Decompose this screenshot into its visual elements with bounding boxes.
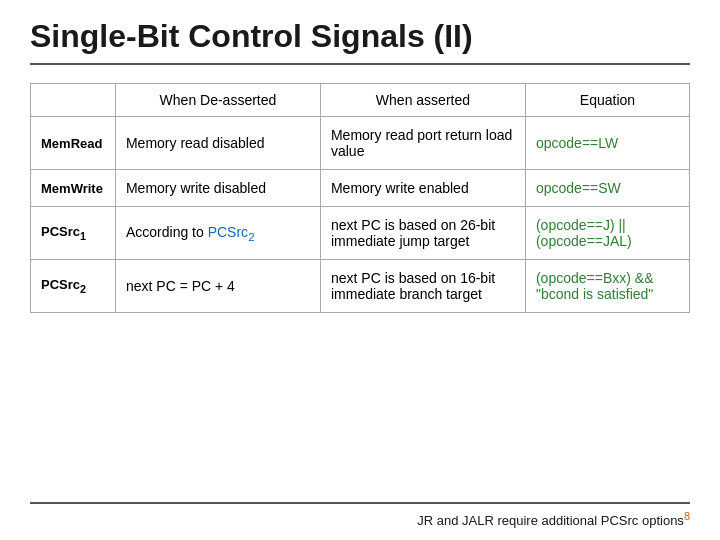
footer: JR and JALR require additional PCSrc opt… [30, 502, 690, 528]
control-signals-table: When De-asserted When asserted Equation … [30, 83, 690, 313]
memread-deasserted: Memory read disabled [115, 117, 320, 170]
pcsrc1-sub: 1 [80, 230, 86, 242]
table-row: MemWrite Memory write disabled Memory wr… [31, 170, 690, 207]
memwrite-equation: opcode==SW [525, 170, 689, 207]
page: Single-Bit Control Signals (II) When De-… [0, 0, 720, 540]
pcsrc2-equation: (opcode==Bxx) && "bcond is satisfied" [525, 260, 689, 313]
memread-eq-prefix: opcode== [536, 135, 598, 151]
memread-label2: Read [71, 136, 103, 151]
pcsrc1-deasserted-ref: PCSrc [208, 224, 248, 240]
pcsrc1-equation: (opcode==J) || (opcode==JAL) [525, 207, 689, 260]
pcsrc2-sub: 2 [80, 283, 86, 295]
footer-text: JR and JALR require additional PCSrc opt… [417, 513, 684, 528]
pcsrc1-deasserted-sub: 2 [248, 229, 254, 242]
row-label-memwrite: MemWrite [31, 170, 116, 207]
memread-eq-suffix: LW [598, 135, 618, 151]
pcsrc2-eq-line1: (opcode==Bxx) && [536, 270, 654, 286]
table-row: PCSrc1 According to PCSrc2 next PC is ba… [31, 207, 690, 260]
header-deasserted: When De-asserted [115, 84, 320, 117]
row-label-pcsrc2: PCSrc2 [31, 260, 116, 313]
memread-equation: opcode==LW [525, 117, 689, 170]
pcsrc1-deasserted: According to PCSrc2 [115, 207, 320, 260]
memwrite-eq-suffix: SW [598, 180, 621, 196]
table-row: MemRead Memory read disabled Memory read… [31, 117, 690, 170]
memwrite-asserted: Memory write enabled [320, 170, 525, 207]
pcsrc2-asserted: next PC is based on 16-bit immediate bra… [320, 260, 525, 313]
header-label [31, 84, 116, 117]
memwrite-label2: Write [71, 181, 103, 196]
header-equation: Equation [525, 84, 689, 117]
memread-asserted: Memory read port return load value [320, 117, 525, 170]
memwrite-label: Mem [41, 181, 71, 196]
memread-label: Mem [41, 136, 71, 151]
memwrite-deasserted: Memory write disabled [115, 170, 320, 207]
row-label-memread: MemRead [31, 117, 116, 170]
pcsrc1-eq-line2: (opcode==JAL) [536, 233, 632, 249]
pcsrc1-asserted: next PC is based on 26-bit immediate jum… [320, 207, 525, 260]
memwrite-eq-prefix: opcode== [536, 180, 598, 196]
header-asserted: When asserted [320, 84, 525, 117]
table-row: PCSrc2 next PC = PC + 4 next PC is based… [31, 260, 690, 313]
page-number: 8 [684, 510, 690, 522]
pcsrc2-eq-line2: "bcond is satisfied" [536, 286, 653, 302]
pcsrc1-deasserted-plain: According to [126, 224, 208, 240]
pcsrc1-eq-line1: (opcode==J) || [536, 217, 626, 233]
pcsrc2-label: PCSrc [41, 277, 80, 292]
pcsrc1-label: PCSrc [41, 224, 80, 239]
row-label-pcsrc1: PCSrc1 [31, 207, 116, 260]
table-container: When De-asserted When asserted Equation … [30, 83, 690, 492]
page-title: Single-Bit Control Signals (II) [30, 18, 690, 65]
pcsrc2-deasserted: next PC = PC + 4 [115, 260, 320, 313]
